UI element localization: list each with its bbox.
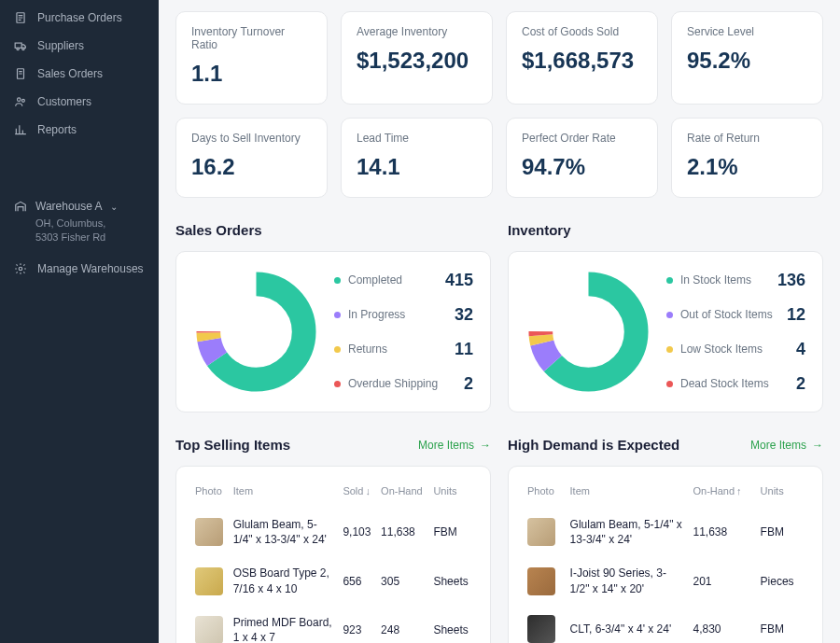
item-name: Glulam Beam, 5-1/4" x 13-3/4" x 24' [567,508,690,556]
item-thumb [527,615,555,643]
nav-item-purchase-orders[interactable]: Purchase Orders [0,4,159,32]
main-content[interactable]: Inventory Turnover Ratio 1.1 Average Inv… [159,0,840,643]
legend-in-progress: In Progress 32 [334,305,473,325]
metric-perfect-order: Perfect Order Rate 94.7% [506,118,658,198]
table-row[interactable]: Glulam Beam, 5-1/4" x 13-3/4" x 24'9,103… [191,508,475,556]
item-onhand: 11,638 [689,508,756,556]
sales-orders-section: Sales Orders Completed 415 [175,222,491,412]
item-thumb [195,567,223,595]
more-items-link[interactable]: More Items → [418,439,491,452]
manage-warehouses-link[interactable]: Manage Warehouses [0,251,159,287]
nav-item-reports[interactable]: Reports [0,116,159,144]
legend-label: Low Stock Items [680,342,763,356]
nav-label: Suppliers [37,39,84,52]
item-units: Sheets [429,556,475,605]
legend-out-of-stock: Out of Stock Items 12 [666,305,805,325]
legend-returns: Returns 11 [334,340,473,359]
gear-icon [13,262,28,275]
svg-rect-1 [15,43,21,48]
metric-service-level: Service Level 95.2% [671,11,823,105]
dot-icon [334,346,341,353]
legend-overdue: Overdue Shipping 2 [334,374,473,394]
col-onhand[interactable]: On-Hand [377,480,429,508]
legend-value: 136 [777,271,805,290]
people-icon [13,95,28,108]
table-row[interactable]: Glulam Beam, 5-1/4" x 13-3/4" x 24'11,63… [524,508,807,556]
nav-label: Purchase Orders [37,11,122,24]
item-onhand: 11,638 [377,508,429,556]
svg-point-3 [22,48,24,49]
metric-value: $1,523,200 [357,48,477,74]
sales-orders-donut [193,269,319,395]
legend-completed: Completed 415 [334,271,473,290]
top-selling-table-card: Photo Item Sold↓ On-Hand Units Glulam Be… [175,466,491,643]
sort-down-icon: ↓ [365,485,371,496]
more-items-link[interactable]: More Items → [750,439,823,452]
legend-value: 415 [445,271,473,290]
dot-icon [334,312,341,318]
chevron-down-icon: ⌄ [110,202,118,212]
table-row[interactable]: I-Joist 90 Series, 3-1/2" x 14" x 20'201… [524,556,807,605]
manage-warehouses-label: Manage Warehouses [37,262,144,275]
sort-up-icon: ↑ [736,485,742,496]
item-onhand: 201 [689,556,756,605]
metric-value: 16.2 [191,154,312,180]
sales-orders-title: Sales Orders [175,222,491,238]
item-thumb [527,567,555,595]
warehouse-name: Warehouse A [35,200,103,213]
metric-label: Average Inventory [357,25,477,38]
item-name: OSB Board Type 2, 7/16 x 4 x 10 [230,556,340,605]
legend-value: 11 [455,340,473,359]
legend-dead-stock: Dead Stock Items 2 [666,374,805,394]
svg-point-8 [208,284,303,379]
table-row[interactable]: Primed MDF Board, 1 x 4 x 7923248Sheets [191,606,475,643]
receipt-icon [13,67,28,80]
high-demand-table-card: Photo Item On-Hand↑ Units Glulam Beam, 5… [508,466,823,643]
more-items-label: More Items [750,439,806,452]
col-units: Units [757,480,807,508]
chart-icon [13,123,28,136]
high-demand-table: Photo Item On-Hand↑ Units Glulam Beam, 5… [524,480,807,643]
nav-item-suppliers[interactable]: Suppliers [0,32,159,60]
nav-item-sales-orders[interactable]: Sales Orders [0,60,159,88]
metrics-row-2: Days to Sell Inventory 16.2 Lead Time 14… [175,118,823,198]
metric-value: 2.1% [687,154,807,180]
inventory-donut [525,269,651,395]
item-sold: 923 [339,606,377,643]
metric-value: $1,668,573 [522,48,642,74]
metric-value: 14.1 [357,154,477,180]
table-row[interactable]: CLT, 6-3/4" x 4' x 24'4,830FBM [524,606,807,643]
top-selling-section: Top Selling Items More Items → Photo Ite… [175,437,491,643]
arrow-right-icon: → [812,439,823,452]
item-units: Sheets [429,606,475,643]
col-item: Item [567,480,690,508]
metric-inventory-turnover: Inventory Turnover Ratio 1.1 [175,11,328,105]
document-icon [13,11,28,24]
item-units: FBM [429,508,475,556]
table-row[interactable]: OSB Board Type 2, 7/16 x 4 x 10656305She… [191,556,475,605]
item-onhand: 4,830 [689,606,756,643]
metric-value: 1.1 [191,61,312,87]
inventory-legend: In Stock Items 136 Out of Stock Items 12… [666,271,805,394]
nav-label: Reports [37,123,77,136]
col-units: Units [429,480,475,508]
col-photo: Photo [524,480,567,508]
col-sold[interactable]: Sold↓ [339,480,377,508]
metric-average-inventory: Average Inventory $1,523,200 [341,11,493,105]
top-selling-table: Photo Item Sold↓ On-Hand Units Glulam Be… [191,480,475,643]
item-name: Primed MDF Board, 1 x 4 x 7 [230,606,340,643]
high-demand-section: High Demand is Expected More Items → Pho… [508,437,823,643]
item-thumb [195,616,223,643]
nav-item-customers[interactable]: Customers [0,88,159,116]
col-onhand[interactable]: On-Hand↑ [689,480,756,508]
svg-point-6 [21,99,24,102]
sidebar: Purchase Orders Suppliers Sales Orders C… [0,0,159,643]
item-units: Pieces [757,556,807,605]
warehouse-dropdown[interactable]: Warehouse A ⌄ [13,200,146,213]
dot-icon [666,277,673,284]
legend-label: In Stock Items [680,273,751,287]
metric-lead-time: Lead Time 14.1 [341,118,493,198]
col-item: Item [230,480,340,508]
dot-icon [666,346,673,353]
item-units: FBM [757,508,807,556]
